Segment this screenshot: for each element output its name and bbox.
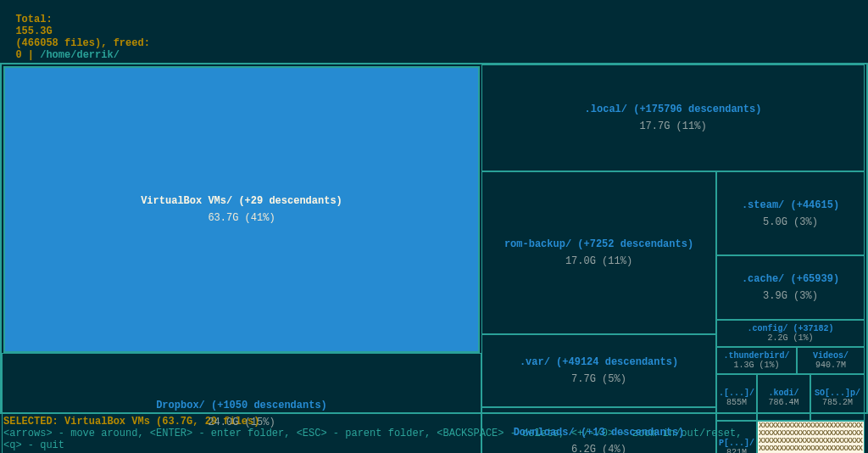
treemap[interactable]: VirtualBox VMs/ (+29 descendants) 63.7G …	[0, 63, 868, 414]
box-size: 821M	[726, 448, 747, 454]
box-label: rom-backup/ (+7252 descendants)	[504, 238, 693, 250]
box-label: .config/ (+37182)	[747, 324, 833, 333]
box-dropbox[interactable]: Dropbox/ (+1050 descendants) 24.0G (15%)	[2, 353, 481, 453]
box-config[interactable]: .config/ (+37182) 2.2G (1%)	[716, 320, 865, 347]
box-size: 5.0G (3%)	[763, 216, 818, 228]
box-cache[interactable]: .cache/ (+65939) 3.9G (3%)	[716, 255, 865, 320]
freed-label: , freed:	[101, 37, 150, 49]
box-virtualbox[interactable]: VirtualBox VMs/ (+29 descendants) 63.7G …	[3, 66, 480, 353]
box-size: 3.9G (3%)	[763, 290, 818, 302]
box-size: 17.0G (11%)	[565, 255, 632, 267]
box-size: 785.2M	[822, 398, 853, 407]
box-label: Videos/	[813, 351, 849, 361]
box-label: .cache/ (+65939)	[742, 273, 839, 285]
box-size: 940.7M	[815, 361, 846, 370]
box-label: .kodi/	[768, 389, 798, 398]
freed-value: 0	[15, 49, 21, 61]
box-size: 855M	[726, 398, 747, 407]
status-bar: Total: 155.3G (466058 files), freed: 0 |…	[0, 0, 868, 63]
box-label: P[...]/	[719, 439, 754, 448]
box-label: VirtualBox VMs/ (+29 descendants)	[141, 195, 342, 207]
box-label: SO[...]p/	[815, 389, 860, 398]
box-size: 24.0G (15%)	[208, 417, 275, 428]
smallfiles-pattern: XXXXXXXXXXXXXXXXXXXXXXXXXXXXXXXXXXXXXXXX…	[759, 422, 863, 453]
box-label: Dropbox/ (+1050 descendants)	[156, 400, 327, 411]
total-size: 155.3G	[15, 25, 52, 37]
box-label: .local/ (+175796 descendants)	[585, 103, 762, 115]
box-label: .steam/ (+44615)	[742, 199, 839, 211]
current-path: /home/derrik/	[40, 49, 120, 61]
box-size: 7.7G (5%)	[571, 373, 626, 385]
box-p[interactable]: P[...]/ 821M	[716, 421, 757, 453]
box-size: 786.4M	[768, 398, 798, 407]
box-steam[interactable]: .steam/ (+44615) 5.0G (3%)	[716, 171, 865, 255]
box-thunderbird[interactable]: .thunderbird/ 1.3G (1%)	[716, 347, 797, 374]
box-label: .thunderbird/	[723, 351, 789, 361]
box-local[interactable]: .local/ (+175796 descendants) 17.7G (11%…	[481, 64, 865, 171]
files-count: (466058 files)	[15, 37, 101, 49]
total-label: Total:	[15, 14, 52, 25]
box-label: .var/ (+49124 descendants)	[520, 356, 678, 368]
box-size: 2.2G (1%)	[767, 333, 813, 343]
box-smallfiles[interactable]: XXXXXXXXXXXXXXXXXXXXXXXXXXXXXXXXXXXXXXXX…	[757, 421, 865, 453]
box-size: 63.7G (41%)	[208, 212, 275, 224]
box-label: Downloads/ (+13 descendants)	[514, 427, 685, 439]
box-size: 6.2G (4%)	[571, 444, 626, 454]
box-so[interactable]: SO[...]p/ 785.2M	[810, 374, 865, 421]
box-downloads[interactable]: Downloads/ (+13 descendants) 6.2G (4%)	[481, 407, 716, 453]
box-size: 17.7G (11%)	[639, 120, 706, 132]
box-videos[interactable]: Videos/ 940.7M	[797, 347, 865, 374]
box-rombackup[interactable]: rom-backup/ (+7252 descendants) 17.0G (1…	[481, 171, 716, 334]
box-dot[interactable]: .[...]/ 855M	[716, 374, 757, 421]
box-label: .[...]/	[719, 389, 754, 398]
box-var[interactable]: .var/ (+49124 descendants) 7.7G (5%)	[481, 334, 716, 407]
box-kodi[interactable]: .kodi/ 786.4M	[757, 374, 810, 421]
box-size: 1.3G (1%)	[733, 361, 779, 370]
